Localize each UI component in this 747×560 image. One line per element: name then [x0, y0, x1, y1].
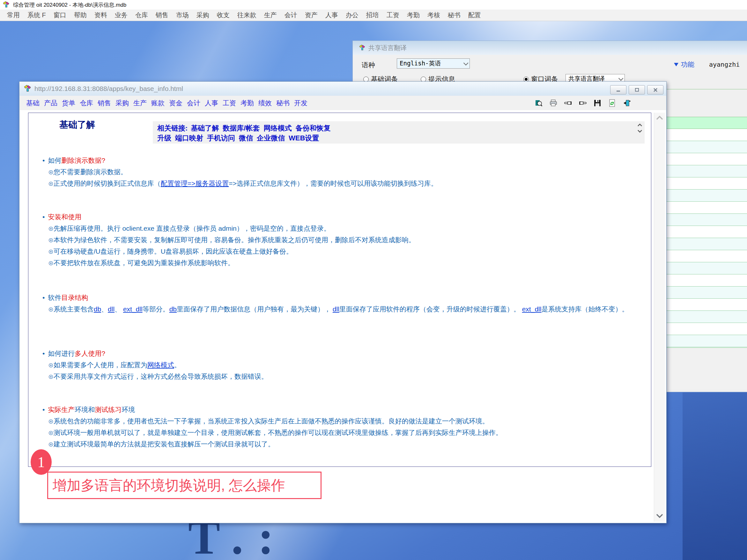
app-menu-item[interactable]: 生产: [260, 11, 281, 20]
app-menu-item[interactable]: 业务: [111, 11, 131, 20]
app-menu-item[interactable]: 配置: [464, 11, 485, 20]
related-link[interactable]: 备份和恢复: [295, 124, 330, 132]
inline-link[interactable]: 网络模式: [147, 361, 174, 368]
browser-menu-item[interactable]: 人事: [203, 99, 221, 107]
language-select[interactable]: English-英语: [397, 58, 470, 69]
save-icon[interactable]: [594, 99, 601, 107]
app-menu-item[interactable]: 收支: [213, 11, 233, 20]
text-segment: 多人使用?: [75, 350, 105, 357]
text-segment: 等部分。: [143, 305, 170, 313]
bullet-icon: •: [43, 350, 45, 357]
related-link[interactable]: 数据库/帐套: [223, 124, 260, 132]
related-links-box: 相关链接:基础了解数据库/帐套网络模式备份和恢复 升级端口映射手机访问微信企业微…: [153, 121, 645, 144]
browser-menu-item[interactable]: 货单: [60, 99, 78, 107]
text-segment: ⊙可在移动硬盘/U盘运行，随身携带。U盘容易损坏，因此应该在硬盘上做好备份。: [48, 248, 293, 255]
browser-content: 基础了解 相关链接:基础了解数据库/帐套网络模式备份和恢复 升级端口映射手机访问…: [20, 110, 666, 523]
browser-window: http://192.168.8.31:8088/apps/key_base_i…: [19, 81, 667, 523]
related-line-1: 相关链接:基础了解数据库/帐套网络模式备份和恢复: [157, 123, 635, 133]
inline-link[interactable]: ext_dll: [522, 305, 542, 313]
content-scrollbar[interactable]: [654, 112, 665, 522]
maximize-icon: [634, 88, 640, 92]
text-segment: ⊙建立测试环境最简单的方法就是把安装包直接解压一个测试目录就可以了。: [48, 440, 275, 448]
point-right-icon[interactable]: [579, 99, 587, 107]
app-menu-item[interactable]: 窗口: [50, 11, 70, 20]
close-button[interactable]: [647, 85, 664, 95]
inline-link[interactable]: db: [170, 305, 177, 313]
app-menu-item[interactable]: 仓库: [131, 11, 152, 20]
text-segment: =>选择正式信息库文件），需要的时候也可以用该功能切换到练习库。: [229, 180, 438, 187]
browser-menu-item[interactable]: 工资: [221, 99, 238, 107]
app-menu-item[interactable]: 考勤: [403, 11, 423, 20]
app-menu-item[interactable]: 市场: [172, 11, 192, 20]
related-link[interactable]: 升级: [157, 134, 171, 142]
point-left-icon[interactable]: [564, 99, 572, 107]
chevron-down-icon: [463, 60, 468, 66]
inline-link[interactable]: 配置管理=>服务器设置: [161, 180, 229, 187]
print-preview-icon[interactable]: [535, 99, 543, 107]
scroll-down-icon[interactable]: [637, 130, 643, 133]
browser-menu-item[interactable]: 仓库: [78, 99, 95, 107]
minimize-button[interactable]: [610, 85, 626, 95]
text-segment: ⊙系统包含的功能非常多，使用者也无法一下子掌握，当系统正常投入实际生产后在上面做…: [48, 417, 489, 425]
browser-menu-item[interactable]: 生产: [131, 99, 149, 107]
app-menu-item[interactable]: 招培: [362, 11, 383, 20]
exit-icon[interactable]: [623, 99, 630, 107]
text-segment: 测试练习: [95, 406, 122, 413]
refresh-icon[interactable]: [608, 99, 616, 107]
section-item: ⊙您不需要删除演示数据。: [48, 166, 642, 178]
app-menu-item[interactable]: 考核: [423, 11, 444, 20]
function-button[interactable]: 功能: [674, 60, 694, 69]
related-link[interactable]: 基础了解: [191, 124, 219, 132]
related-link[interactable]: 企业微信: [257, 134, 285, 142]
app-menu-item[interactable]: 会计: [281, 11, 301, 20]
app-menu-item[interactable]: 资料: [91, 11, 111, 20]
app-menu-item[interactable]: 办公: [342, 11, 362, 20]
bullet-icon: •: [43, 157, 45, 164]
related-link[interactable]: 端口映射: [175, 134, 203, 142]
app-menu-item[interactable]: 销售: [152, 11, 172, 20]
app-menu-item[interactable]: 秘书: [444, 11, 464, 20]
scroll-up-icon[interactable]: [637, 123, 643, 127]
related-link[interactable]: 手机访问: [207, 134, 235, 142]
browser-menu-item[interactable]: 销售: [95, 99, 113, 107]
document-frame: 基础了解 相关链接:基础了解数据库/帐套网络模式备份和恢复 升级端口映射手机访问…: [28, 112, 651, 467]
radio-button[interactable]: [363, 77, 369, 82]
radio-button-checked[interactable]: [523, 77, 529, 82]
browser-menu-item[interactable]: 秘书: [274, 99, 292, 107]
scrollbar-up-icon[interactable]: [656, 115, 664, 120]
app-menu-item[interactable]: 常用: [3, 11, 24, 20]
app-menu-item[interactable]: 人事: [321, 11, 342, 20]
browser-menu-item[interactable]: 采购: [113, 99, 131, 107]
inline-link[interactable]: dll: [333, 305, 339, 313]
app-menu-item[interactable]: 往来款: [233, 11, 260, 20]
app-menu-item[interactable]: 系统 F: [24, 11, 50, 20]
browser-menu-item[interactable]: 绩效: [256, 99, 274, 107]
browser-menu-item[interactable]: 账款: [149, 99, 167, 107]
print-icon[interactable]: [549, 99, 557, 107]
maximize-button[interactable]: [629, 85, 645, 95]
app-menu-item[interactable]: 帮助: [70, 11, 91, 20]
app-menu-item[interactable]: 资产: [301, 11, 321, 20]
related-scroll: [637, 123, 643, 133]
annotation-note: 增加多语言的环境切换说明, 怎么操作: [47, 472, 321, 499]
app-menu-item[interactable]: 采购: [192, 11, 213, 20]
related-link[interactable]: WEB设置: [289, 134, 319, 142]
scrollbar-down-icon[interactable]: [656, 513, 664, 518]
related-link[interactable]: 微信: [239, 134, 253, 142]
radio-button[interactable]: [421, 77, 426, 82]
browser-menu-item[interactable]: 基础: [24, 99, 42, 107]
inline-link[interactable]: db: [94, 305, 101, 313]
related-link[interactable]: 网络模式: [263, 124, 291, 132]
browser-menu-item[interactable]: 会计: [185, 99, 203, 107]
browser-menu-item[interactable]: 开发: [292, 99, 310, 107]
text-segment: 如何: [48, 157, 61, 164]
inline-link[interactable]: dll: [108, 305, 114, 313]
browser-menu-item[interactable]: 产品: [42, 99, 60, 107]
inline-link[interactable]: ext_dll: [123, 305, 143, 313]
browser-menu-item[interactable]: 资金: [167, 99, 185, 107]
section-item: ⊙系统主要包含db、dll、 ext_dll等部分。db里面保存了用户数据信息（…: [48, 303, 642, 315]
app-menu-item[interactable]: 工资: [383, 11, 403, 20]
bullet-icon: •: [43, 213, 45, 221]
section-item: ⊙先解压缩再使用。执行 oclient.exe 直接点登录（操作员 admin）…: [48, 223, 642, 234]
browser-menu-item[interactable]: 考勤: [238, 99, 256, 107]
